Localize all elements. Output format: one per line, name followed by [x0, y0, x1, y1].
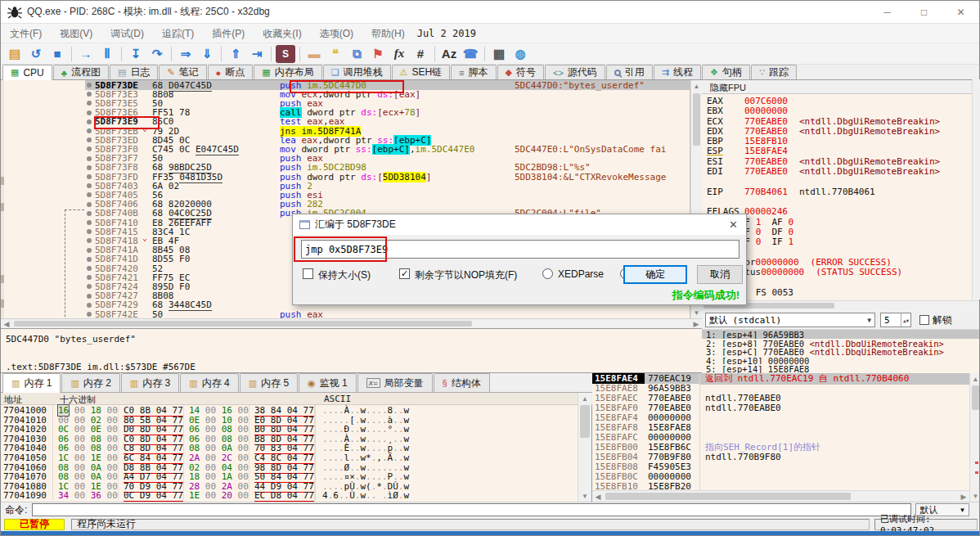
breakpoint-dot[interactable] — [87, 156, 92, 161]
run-icon[interactable]: → — [76, 45, 96, 63]
tab-笔记[interactable]: ✎笔记 — [159, 65, 206, 79]
menu-item[interactable]: 文件(F) — [1, 24, 51, 43]
arguments-pane[interactable]: 1: [esp+4] 96A59BB32: [esp+8] 770EABE0 <… — [702, 330, 980, 373]
breakpoint-dot[interactable] — [87, 92, 92, 97]
breakpoint-dot[interactable] — [87, 229, 92, 234]
tab-句柄[interactable]: ❖句柄 — [702, 65, 750, 79]
dump-tab-内存 2[interactable]: ▥内存 2 — [61, 373, 119, 392]
stack-row[interactable]: 15E8FAF400000000 — [592, 412, 969, 422]
argument-row[interactable]: 4: [esp+10] 00000000 — [702, 356, 980, 365]
restart-icon[interactable]: ↺ — [26, 45, 46, 63]
register-row[interactable]: ESP15E8FAE4 — [702, 146, 974, 155]
breakpoint-dot[interactable] — [87, 174, 92, 179]
run-to-icon[interactable]: ⇒ — [176, 45, 196, 63]
keep-size-checkbox[interactable] — [303, 268, 313, 279]
register-row[interactable]: EAX007C6000 — [702, 96, 974, 106]
comments-icon[interactable]: ❝ — [326, 45, 345, 63]
stack-row[interactable]: 15E8FB0C00000000 — [592, 471, 969, 481]
tab-SEH链[interactable]: ⚠SEH链 — [392, 65, 451, 79]
strings-icon[interactable]: Az — [439, 45, 459, 63]
cancel-button[interactable]: 取消 — [697, 265, 743, 284]
tab-符号[interactable]: ◆符号 — [497, 65, 544, 79]
breakpoint-dot[interactable] — [87, 275, 92, 280]
run-to-user-code-icon[interactable]: ⇥ — [247, 45, 267, 63]
open-file-icon[interactable]: ▤ — [5, 45, 25, 63]
argument-row[interactable]: 5: [esp+14] 15E8FAE8 — [702, 364, 980, 373]
breakpoint-dot[interactable] — [87, 294, 92, 299]
stepper-arrows-icon[interactable]: ▲▼ — [901, 313, 910, 327]
tab-跟踪[interactable]: ∵跟踪 — [751, 65, 797, 79]
register-row[interactable]: EBX00000000 — [702, 106, 974, 115]
command-input[interactable] — [32, 503, 911, 516]
dump-tab-内存 1[interactable]: ▥内存 1 — [2, 373, 61, 393]
dump-row[interactable]: 770410200C 00 0E 00D0 8D 04 7706 00 08 0… — [1, 424, 578, 434]
calculator-icon[interactable]: ▦ — [489, 45, 509, 63]
breakpoint-dot[interactable] — [87, 312, 92, 317]
breakpoint-dot[interactable] — [87, 128, 92, 133]
disasm-row[interactable]: 5D8F742E50push eax — [1, 309, 690, 318]
attach-icon[interactable]: ☎ — [461, 45, 480, 63]
register-row[interactable]: EBP15E8FB10 — [702, 136, 974, 146]
tab-引用[interactable]: 引用 — [606, 65, 653, 79]
menu-item[interactable]: 追踪(T) — [153, 24, 203, 43]
menu-item[interactable]: 调试(D) — [101, 24, 153, 43]
dump-tab-结构体[interactable]: §结构体 — [434, 373, 490, 392]
dialog-close-icon[interactable]: ✕ — [729, 218, 738, 231]
patches-icon[interactable]: ▬ — [304, 45, 324, 63]
dump-row[interactable]: 7704107008 00 0A 00A4 D7 04 7718 00 1A 0… — [1, 471, 578, 481]
breakpoint-dot[interactable] — [87, 257, 92, 262]
breakpoint-dot[interactable] — [87, 248, 92, 253]
menu-item[interactable]: 插件(P) — [203, 24, 254, 43]
xedparse-radio[interactable] — [542, 268, 553, 279]
stack-row[interactable]: 15E8FAEC770EABE0ntdll.770EABE0 — [592, 393, 969, 403]
tab-内存布局[interactable]: ▦内存布局 — [254, 65, 321, 79]
stack-pane[interactable]: 15E8FAE4770EAC19返回到 ntdll.770EAC19 自 ntd… — [592, 373, 980, 502]
breakpoint-dot[interactable] — [87, 192, 92, 197]
dump-row[interactable]: 7704104006 00 08 00C8 8D 04 7708 00 0A 0… — [1, 443, 578, 453]
step-into-icon[interactable]: ↧ — [126, 45, 146, 63]
breakpoint-dot[interactable] — [87, 165, 92, 170]
breakpoint-dot[interactable] — [87, 101, 92, 106]
stack-horizontal-scrollbar[interactable]: ◀ ▶ — [592, 490, 969, 502]
trace-down-icon[interactable]: ⇓ — [197, 45, 217, 63]
assemble-instruction-input[interactable] — [301, 240, 739, 259]
breakpoint-dot[interactable] — [87, 183, 92, 188]
breakpoint-dot[interactable] — [87, 137, 92, 142]
unlock-checkbox[interactable] — [919, 315, 929, 325]
dump-tab-局部变量[interactable]: x=局部变量 — [357, 373, 433, 392]
stack-row[interactable]: 15E8FAE896A59BB3 — [592, 383, 969, 393]
dump-row[interactable]: 7704109034 00 36 000C D9 04 771E 00 20 0… — [1, 490, 578, 500]
tab-日志[interactable]: ▤日志 — [110, 65, 158, 79]
breakpoint-dot[interactable] — [87, 110, 92, 115]
close-button[interactable]: ✕ — [942, 1, 979, 23]
hash-icon[interactable]: # — [411, 45, 430, 63]
menu-item[interactable]: 视图(V) — [51, 24, 101, 43]
argument-row[interactable]: 3: [esp+C] 770EABE0 <ntdll.DbgUiRemoteBr… — [702, 347, 980, 356]
argument-row[interactable]: 1: [esp+4] 96A59BB3 — [702, 330, 980, 339]
register-row[interactable]: EDI770EABE0<ntdll.DbgUiRemoteBreakin> — [702, 166, 974, 176]
tab-调用堆栈[interactable]: ❏调用堆栈 — [323, 65, 391, 79]
breakpoint-dot[interactable] — [87, 284, 92, 289]
maximize-button[interactable]: □ — [906, 1, 942, 23]
registers-vertical-scrollbar[interactable] — [972, 79, 980, 300]
register-row[interactable]: ECX770EABE0<ntdll.DbgUiRemoteBreakin> — [702, 116, 974, 126]
argument-row[interactable]: 2: [esp+8] 770EABE0 <ntdll.DbgUiRemoteBr… — [702, 339, 980, 348]
labels-icon[interactable]: ⧉ — [347, 45, 366, 63]
tab-脚本[interactable]: ≡脚本 — [451, 65, 496, 79]
dump-tab-内存 4[interactable]: ▥内存 4 — [180, 373, 238, 392]
breakpoint-dot[interactable] — [87, 202, 92, 207]
stack-vertical-scrollbar[interactable]: ▲ ▼ — [969, 373, 980, 502]
stack-row[interactable]: 15E8FB1015E8FB20 — [592, 481, 969, 490]
stack-row[interactable]: 15E8FAF815E8FAE8 — [592, 422, 969, 432]
dump-row[interactable]: 7704100016 00 18 00C0 8B 04 7714 00 16 0… — [1, 405, 578, 415]
tab-源代码[interactable]: <>源代码 — [545, 65, 605, 79]
breakpoint-dot[interactable] — [87, 303, 92, 308]
tab-CPU[interactable]: ▦CPU — [2, 65, 52, 80]
stack-row[interactable]: 15E8FB04770B9F80ntdll.770B9F80 — [592, 452, 969, 462]
menu-item[interactable]: 收藏夹(I) — [254, 24, 310, 43]
dump-row[interactable]: 7704101000 00 02 0080 5B 04 770E 00 10 0… — [1, 415, 578, 425]
tab-流程图[interactable]: ♣流程图 — [53, 65, 109, 79]
dump-row[interactable]: 7704103006 00 08 00C0 8D 04 7706 00 08 0… — [1, 434, 578, 444]
breakpoint-dot[interactable] — [87, 238, 92, 243]
dump-tab-内存 5[interactable]: ▥内存 5 — [240, 373, 298, 392]
